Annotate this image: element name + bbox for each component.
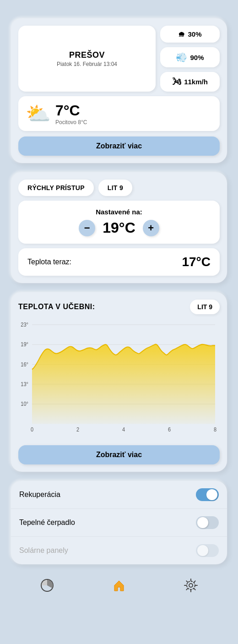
bottom-navigation: [11, 573, 227, 595]
stats-nav-item[interactable]: [40, 578, 54, 593]
svg-text:19°: 19°: [21, 342, 28, 347]
chart-room-badge: LIT 9: [190, 300, 220, 314]
solar-toggle[interactable]: [196, 544, 219, 557]
svg-text:2: 2: [76, 426, 79, 432]
heat-pump-row: Tepelné čerpadlo: [11, 509, 227, 537]
quick-tabs: RÝCHLY PRÍSTUP LIT 9: [18, 180, 220, 196]
svg-text:13°: 13°: [21, 382, 28, 387]
chart-header: TEPLOTA V UČEBNI: LIT 9: [18, 300, 220, 314]
toggles-card: Rekuperácia Tepelné čerpadlo Solárne pan…: [11, 481, 227, 564]
weather-show-more-button[interactable]: Zobraziť viac: [18, 136, 220, 156]
setpoint-label: Nastavené na:: [96, 208, 142, 216]
lit9-tab[interactable]: LIT 9: [98, 180, 132, 196]
svg-text:6: 6: [168, 426, 171, 432]
weather-city: PREŠOV: [69, 50, 105, 60]
svg-point-16: [189, 584, 193, 587]
svg-text:16°: 16°: [21, 361, 28, 367]
decrease-temp-button[interactable]: −: [79, 220, 95, 236]
increase-temp-button[interactable]: +: [143, 220, 159, 236]
current-temp-box: Teplota teraz: 17°C: [18, 248, 220, 276]
chart-area: 23° 19° 16° 13° 10° 0 2 4 6 8: [18, 320, 220, 439]
svg-text:8: 8: [214, 426, 216, 432]
partly-cloudy-icon: ⛅: [26, 102, 51, 126]
temperature-chart: 23° 19° 16° 13° 10° 0 2 4 6 8: [18, 320, 220, 439]
weather-temp: 7°C: [55, 102, 87, 119]
quick-access-tab[interactable]: RÝCHLY PRÍSTUP: [18, 180, 94, 196]
rain-pct: 30%: [188, 30, 201, 38]
home-icon: [112, 578, 126, 593]
weather-feels-like: Pocitovo 8°C: [55, 119, 87, 126]
current-temp-label: Teplota teraz:: [27, 258, 71, 266]
toggle-knob: [197, 545, 208, 556]
weather-rain-badge: 🌧 30%: [160, 26, 220, 43]
weather-temp-group: 7°C Pocitovo 8°C: [55, 102, 87, 126]
current-temp-value: 17°C: [182, 255, 211, 269]
solar-label: Solárne panely: [19, 546, 68, 555]
weather-location-box: PREŠOV Piatok 16. Február 13:04: [18, 26, 156, 92]
home-nav-item[interactable]: [112, 578, 126, 593]
toggle-knob: [206, 489, 217, 500]
weather-card: PREŠOV Piatok 16. Február 13:04 🌧 30% 💨 …: [11, 18, 227, 163]
rekuperacia-toggle[interactable]: [196, 488, 219, 501]
heat-pump-toggle[interactable]: [196, 516, 219, 529]
rekuperacia-row: Rekuperácia: [11, 481, 227, 509]
weather-humidity-badge: 💨 90%: [160, 47, 220, 67]
quick-access-card: RÝCHLY PRÍSTUP LIT 9 Nastavené na: − 19°…: [11, 172, 227, 283]
settings-nav-item[interactable]: [184, 578, 198, 593]
heat-pump-label: Tepelné čerpadlo: [19, 518, 75, 527]
solar-row: Solárne panely: [11, 537, 227, 564]
rekuperacia-label: Rekuperácia: [19, 491, 60, 499]
svg-text:4: 4: [122, 426, 125, 432]
settings-icon: [184, 578, 198, 593]
chart-show-more-button[interactable]: Zobraziť viac: [18, 445, 220, 464]
stats-icon: [40, 578, 54, 593]
weather-date: Piatok 16. Február 13:04: [57, 61, 117, 67]
setpoint-box: Nastavené na: − 19°C +: [18, 201, 220, 244]
svg-text:10°: 10°: [21, 401, 28, 407]
humidity-icon: 💨: [176, 52, 187, 63]
svg-text:23°: 23°: [21, 322, 28, 327]
setpoint-controls: − 19°C +: [79, 219, 159, 236]
cloud-rain-icon: 🌧: [178, 30, 185, 38]
humidity-pct: 90%: [190, 54, 204, 61]
wind-icon: 🌬: [172, 76, 181, 87]
wind-speed: 11km/h: [184, 78, 208, 86]
weather-badges-col: 🌧 30% 💨 90% 🌬 11km/h: [160, 26, 220, 92]
setpoint-value: 19°C: [103, 219, 135, 236]
chart-card: TEPLOTA V UČEBNI: LIT 9 23° 19° 16° 13° …: [11, 292, 227, 472]
chart-title: TEPLOTA V UČEBNI:: [18, 303, 95, 311]
svg-text:0: 0: [31, 426, 33, 432]
weather-main-box: ⛅ 7°C Pocitovo 8°C: [18, 96, 220, 131]
weather-wind-badge: 🌬 11km/h: [160, 72, 220, 92]
toggle-knob: [197, 517, 208, 528]
